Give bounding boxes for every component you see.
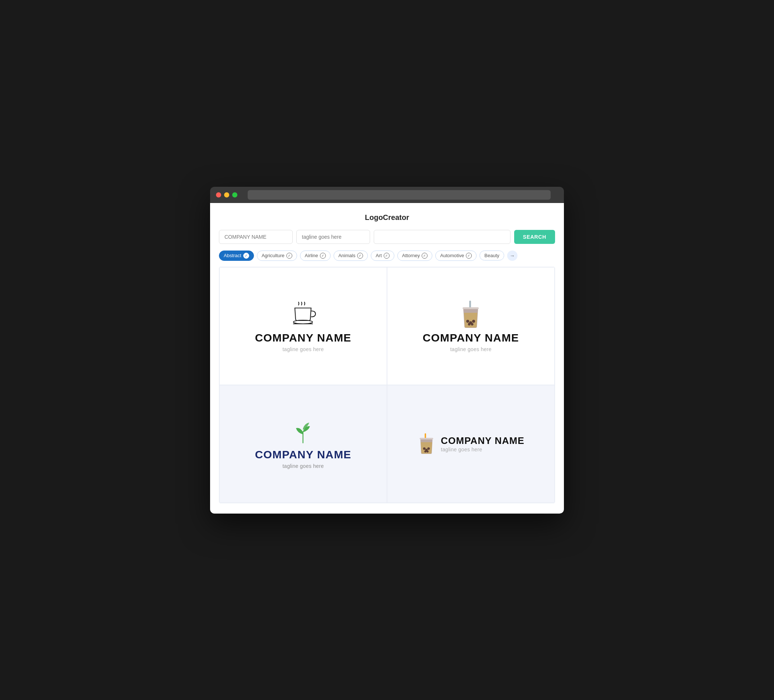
category-pill-art[interactable]: Art ✓ xyxy=(371,251,394,261)
svg-point-15 xyxy=(427,450,428,452)
logo3-company-name: COMPANY NAME xyxy=(255,448,352,461)
check-icon-airline: ✓ xyxy=(320,253,326,259)
category-label-automotive: Automotive xyxy=(440,253,464,258)
svg-rect-3 xyxy=(463,307,479,309)
logo2-company-name: COMPANY NAME xyxy=(423,332,519,344)
category-pill-animals[interactable]: Animals ✓ xyxy=(334,251,368,261)
logo1-tagline: tagline goes here xyxy=(282,346,324,352)
logo-inner-3: COMPANY NAME tagline goes here xyxy=(255,419,352,469)
app-title: LogoCreator xyxy=(219,213,555,222)
close-button[interactable] xyxy=(216,192,221,198)
logo2-tagline: tagline goes here xyxy=(450,346,491,352)
search-bar: SEARCH xyxy=(219,230,555,244)
keyword-input[interactable] xyxy=(374,230,511,244)
logo-card-4[interactable]: COMPANY NAME tagline goes here xyxy=(387,385,555,503)
category-next-button[interactable]: → xyxy=(507,251,518,261)
logo-grid: COMPANY NAME tagline goes here xyxy=(219,267,555,503)
check-icon-automotive: ✓ xyxy=(466,253,472,259)
plant-icon xyxy=(290,419,316,445)
svg-point-8 xyxy=(471,323,474,325)
company-name-input[interactable] xyxy=(219,230,293,244)
check-icon-animals: ✓ xyxy=(357,253,363,259)
logo4-text-group: COMPANY NAME tagline goes here xyxy=(441,435,524,452)
check-icon-art: ✓ xyxy=(384,253,390,259)
category-bar: Abstract ✓ Agriculture ✓ Airline ✓ Anima… xyxy=(219,251,555,261)
boba-large-icon xyxy=(460,300,482,329)
search-button[interactable]: SEARCH xyxy=(514,230,555,244)
logo1-company-name: COMPANY NAME xyxy=(255,332,352,344)
category-pill-agriculture[interactable]: Agriculture ✓ xyxy=(257,251,297,261)
category-pill-automotive[interactable]: Automotive ✓ xyxy=(435,251,476,261)
category-pill-attorney[interactable]: Attorney ✓ xyxy=(397,251,432,261)
coffee-icon xyxy=(288,300,318,329)
title-bar xyxy=(210,187,564,203)
svg-point-7 xyxy=(468,323,471,325)
svg-point-13 xyxy=(428,447,430,450)
tagline-input[interactable] xyxy=(296,230,370,244)
logo4-row: COMPANY NAME tagline goes here xyxy=(417,433,524,455)
logo-card-2[interactable]: COMPANY NAME tagline goes here xyxy=(387,267,555,385)
category-pill-airline[interactable]: Airline ✓ xyxy=(300,251,331,261)
check-icon-abstract: ✓ xyxy=(243,253,249,259)
category-pill-abstract[interactable]: Abstract ✓ xyxy=(219,251,254,261)
minimize-button[interactable] xyxy=(224,192,229,198)
app-content: LogoCreator SEARCH Abstract ✓ Agricultur… xyxy=(210,203,564,513)
logo-inner-2: COMPANY NAME tagline goes here xyxy=(423,300,519,352)
category-label-animals: Animals xyxy=(338,253,355,258)
url-bar xyxy=(248,190,551,200)
logo-inner-4: COMPANY NAME tagline goes here xyxy=(417,433,524,455)
maximize-button[interactable] xyxy=(232,192,237,198)
mac-window: LogoCreator SEARCH Abstract ✓ Agricultur… xyxy=(210,187,564,513)
check-icon-agriculture: ✓ xyxy=(286,253,292,259)
category-label-attorney: Attorney xyxy=(402,253,420,258)
category-label-art: Art xyxy=(375,253,382,258)
check-icon-attorney: ✓ xyxy=(422,253,428,259)
svg-point-14 xyxy=(424,450,427,452)
logo4-tagline: tagline goes here xyxy=(441,447,524,452)
category-label-airline: Airline xyxy=(305,253,318,258)
svg-rect-10 xyxy=(420,438,433,439)
logo-card-1[interactable]: COMPANY NAME tagline goes here xyxy=(219,267,387,385)
category-label-agriculture: Agriculture xyxy=(262,253,284,258)
logo-inner-1: COMPANY NAME tagline goes here xyxy=(255,300,352,352)
svg-point-11 xyxy=(423,447,426,450)
logo3-tagline: tagline goes here xyxy=(282,463,324,469)
category-label-abstract: Abstract xyxy=(224,253,241,258)
svg-point-4 xyxy=(466,320,469,323)
logo-card-3[interactable]: COMPANY NAME tagline goes here xyxy=(219,385,387,503)
category-label-beauty: Beauty xyxy=(484,253,499,258)
category-pill-beauty[interactable]: Beauty xyxy=(480,251,504,261)
logo4-company-name: COMPANY NAME xyxy=(441,435,524,447)
svg-point-6 xyxy=(472,320,475,323)
boba-small-icon xyxy=(417,433,436,455)
